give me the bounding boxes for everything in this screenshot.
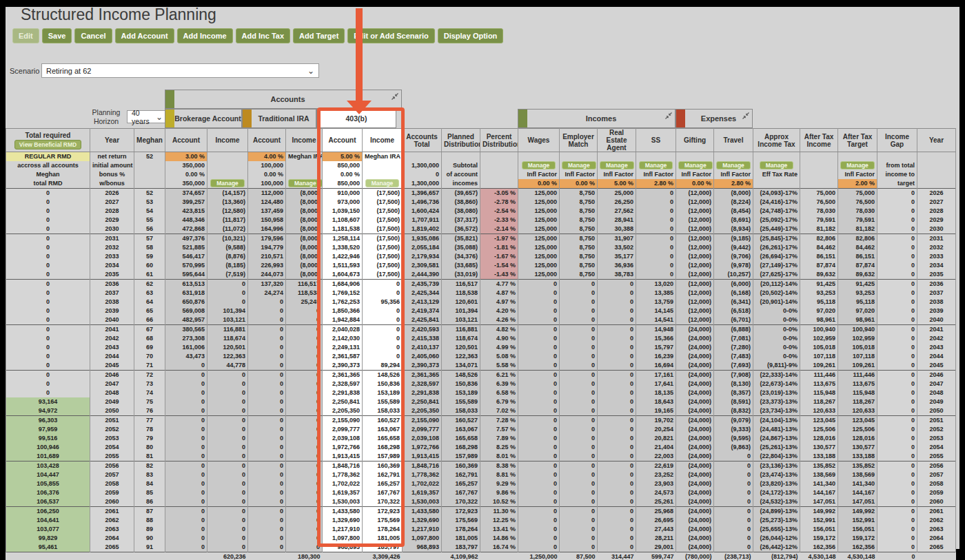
table-cell: (35,088) [442,243,480,252]
table-cell: 0 [286,452,323,462]
table-cell: 178,264 [363,525,403,534]
table-cell: 153,189 [442,388,480,397]
table-cell: 0 [598,416,636,426]
manage-button[interactable]: Manage [716,161,751,169]
manage-button[interactable]: Manage [288,179,323,187]
table-cell: 0 [877,207,917,216]
view-beneficial-rmd-button[interactable]: View Beneficial RMD [14,140,81,149]
table-cell: 0 [286,361,323,371]
scenario-select[interactable]: Retiring at 62 ⌄ [41,63,319,78]
tab-brokerage-account[interactable]: Brokerage Account [165,109,242,128]
table-cell: 0 [518,434,560,443]
table-cell: 80 [134,443,165,452]
table-cell: 0 [165,380,207,388]
table-cell: 0 [598,462,636,471]
table-cell: 2038 [917,298,956,307]
table-cell: (26,694)-17% [753,252,800,261]
table-cell: 150,836 [442,380,480,388]
manage-button[interactable]: Manage [365,179,400,187]
incomes-group-header[interactable]: Incomes [518,109,676,128]
manage-button[interactable]: Manage [600,161,634,169]
manage-button[interactable]: Manage [210,179,245,187]
table-cell: 13.41 % [480,525,518,534]
collapse-icon[interactable] [742,112,750,120]
tab-traditional-ira[interactable]: Traditional IRA [242,109,316,128]
table-cell: 82,806 [800,234,838,244]
table-cell: 0 [207,452,248,462]
table-cell: 0 [286,425,323,434]
table-cell: 89,632 [838,270,877,280]
table-cell: 118,538 [286,289,323,298]
manage-button[interactable]: Manage [639,161,673,169]
toolbar-button-add-inc-tax[interactable]: Add Inc Tax [236,28,291,43]
table-cell: 0 [714,462,753,471]
table-cell: Manage [560,161,598,170]
table-cell: 85 [134,488,165,497]
table-cell: 2060 [917,497,956,507]
toolbar-button-add-target[interactable]: Add Target [293,28,345,43]
table-cell: 2047 [90,380,134,388]
chevron-down-icon: ⌄ [156,114,163,121]
toolbar-button-edit[interactable]: Edit [12,28,39,43]
table-cell: 16,239 [636,352,676,361]
toolbar-button-add-income[interactable]: Add Income [177,28,233,43]
table-cell: 2058 [917,479,956,488]
expenses-group-header[interactable]: Expenses [676,109,753,128]
table-cell: -2.54 % [480,207,518,216]
table-cell [480,552,518,560]
manage-button[interactable]: Manage [760,161,794,169]
table-cell: 97,959 [6,425,90,434]
collapse-icon[interactable] [664,112,673,120]
table-cell: (6,701) [714,315,753,325]
table-cell: (17,500) [363,252,403,261]
table-cell: 0 [165,525,207,534]
table-cell: (8,000) [286,252,323,261]
table-cell: Manage [363,179,403,189]
table-cell: (8,000) [286,198,323,207]
table-cell: 0 [560,516,598,525]
table-cell: 0 [165,543,207,552]
table-cell: (38,080) [442,207,480,216]
table-cell: 1,942,884 [323,315,363,325]
manage-button[interactable]: Manage [562,161,596,169]
table-cell: (9,079) [714,416,753,426]
toolbar-button-cancel[interactable]: Cancel [74,28,112,43]
manage-button[interactable]: Manage [522,161,556,169]
table-cell: 4.77 % [480,280,518,289]
collapse-icon[interactable] [391,92,399,101]
table-cell: 4.87 % [480,289,518,298]
manage-button[interactable]: Manage [678,161,713,169]
table-cell: (24,172)-13% [753,488,800,497]
toolbar-button-save[interactable]: Save [42,28,72,43]
table-cell: 2057 [90,470,134,479]
toolbar-button-display-option[interactable]: Display Option [438,28,504,43]
table-cell: 0 [598,371,636,380]
table-cell: 1,097,800 [403,534,442,543]
table-cell: 13,020 [636,280,676,289]
table-cell: (9,978) [714,261,753,270]
table-cell: 0 [877,352,917,361]
table-cell: 0 [877,543,917,552]
table-cell: 52 [134,189,165,198]
table-cell: 156,051 [800,525,838,534]
table-cell: 0 [877,189,917,198]
table-cell: 0 [877,388,917,397]
table-cell: 4,530,148 [838,552,877,560]
planning-horizon-select[interactable]: 40 years ⌄ [127,110,167,123]
table-cell: 0 [518,380,560,388]
table-cell: 84 [134,479,165,488]
table-row: 106,53720608600001,530,003170,3221,530,0… [6,497,956,507]
table-cell: Manage [286,179,323,189]
ira-tab-label: Traditional IRA [252,114,316,123]
manage-button[interactable]: Manage [840,161,875,169]
ira-tab-marker [243,110,252,127]
table-cell: 0 [518,534,560,543]
table-cell: 613,513 [165,280,207,289]
column-header-label: Year [920,136,953,144]
table-cell: 100,940 [800,325,838,335]
table-cell: 968,893 [323,543,363,552]
table-row: 103,07720638900001,217,910178,2641,217,9… [6,525,956,534]
table-cell: 0 [560,452,598,462]
table-cell: 65 [134,307,165,315]
toolbar-button-add-account[interactable]: Add Account [115,28,174,43]
